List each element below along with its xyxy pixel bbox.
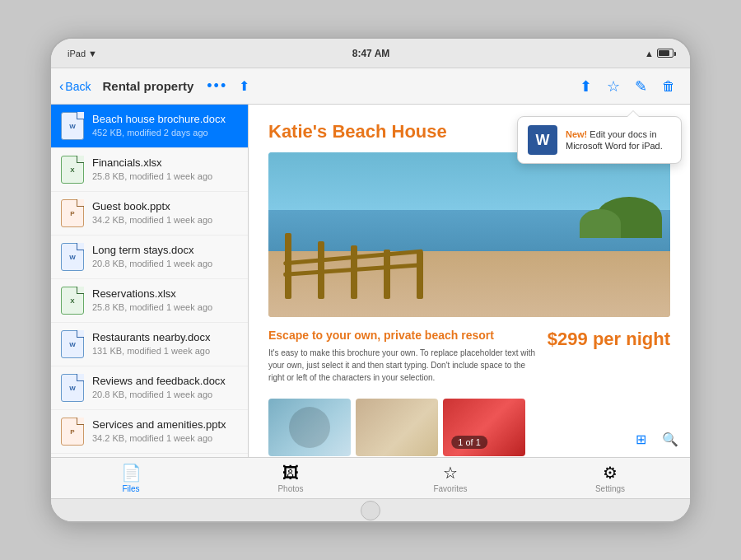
file-meta: 20.8 KB, modified 1 week ago — [92, 258, 240, 269]
file-info: Financials.xlsx 25.8 KB, modified 1 week… — [92, 156, 240, 182]
ipad-label: iPad ▼ — [68, 49, 97, 58]
price-right: $299 per night — [548, 329, 670, 350]
file-icon: X — [59, 155, 86, 184]
file-name: Restaurants nearby.docx — [92, 331, 240, 345]
doc-subtitle: Escape to your own, private beach resort — [268, 329, 539, 342]
files-tab-icon: 📄 — [121, 463, 142, 483]
doc-price: $299 per night — [548, 329, 670, 350]
back-button[interactable]: ‹ Back — [59, 79, 91, 94]
top-bezel: iPad ▼ 8:47 AM ▲ — [51, 39, 690, 68]
file-list-item[interactable]: W Beach house brochure.docx 452 KB, modi… — [51, 105, 248, 148]
file-name: Services and amenities.pptx — [92, 418, 240, 432]
nav-right: ⬆ ☆ ✎ 🗑 — [580, 77, 682, 96]
star-icon[interactable]: ☆ — [607, 77, 620, 96]
home-button[interactable] — [361, 501, 380, 520]
nav-dots[interactable]: ••• — [207, 77, 227, 95]
file-name: Financials.xlsx — [92, 156, 240, 170]
file-meta: 25.8 KB, modified 1 week ago — [92, 170, 240, 182]
doc-toolbar: ⊞ 🔍 — [621, 421, 690, 457]
file-info: Guest book.pptx 34.2 KB, modified 1 week… — [92, 200, 240, 226]
settings-tab-icon: ⚙ — [603, 463, 618, 483]
tab-item-favorites[interactable]: ☆ Favorites — [370, 463, 530, 493]
bottom-tabs: 📄 Files 🖼 Photos ☆ Favorites ⚙ Settings — [51, 457, 690, 498]
tab-item-settings[interactable]: ⚙ Settings — [530, 463, 690, 493]
photos-tab-label: Photos — [277, 484, 303, 493]
file-icon: W — [59, 242, 86, 272]
wifi-icon: ▲ — [645, 49, 654, 58]
file-meta: 34.2 KB, modified 1 week ago — [92, 214, 240, 226]
app-content: W Beach house brochure.docx 452 KB, modi… — [51, 105, 690, 457]
nav-left: ‹ Back Rental property ••• ⬆ — [59, 77, 257, 95]
file-list-item[interactable]: X Reservations.xlsx 25.8 KB, modified 1 … — [51, 279, 248, 323]
bottom-bezel — [51, 498, 690, 521]
tab-item-photos[interactable]: 🖼 Photos — [211, 464, 370, 493]
grid-view-button[interactable]: ⊞ — [627, 426, 654, 452]
app-nav: ‹ Back Rental property ••• ⬆ ⬆ ☆ ✎ 🗑 — [51, 68, 690, 105]
back-chevron-icon: ‹ — [59, 79, 63, 94]
file-name: Guest book.pptx — [92, 200, 240, 214]
file-name: Reservations.xlsx — [92, 287, 240, 301]
search-button[interactable]: 🔍 — [657, 426, 683, 452]
file-name: Reviews and feedback.docx — [92, 375, 240, 389]
nav-share-icon[interactable]: ⬆ — [239, 78, 249, 94]
tab-item-files[interactable]: 📄 Files — [51, 463, 211, 493]
file-meta: 34.2 KB, modified 1 week ago — [92, 432, 240, 444]
file-list-item[interactable]: X Financials.xlsx 25.8 KB, modified 1 we… — [51, 148, 248, 192]
file-list-item[interactable]: P Guest book.pptx 34.2 KB, modified 1 we… — [51, 192, 248, 236]
tooltip-badge: New! — [566, 129, 587, 139]
file-type-icon: W — [61, 374, 84, 402]
ipad-shell: iPad ▼ 8:47 AM ▲ ‹ Back Rental property … — [49, 37, 692, 523]
side-button — [49, 268, 51, 292]
favorites-tab-icon: ☆ — [443, 463, 458, 483]
trash-icon[interactable]: 🗑 — [662, 79, 675, 94]
photos-tab-icon: 🖼 — [282, 464, 299, 483]
file-info: Reviews and feedback.docx 20.8 KB, modif… — [92, 375, 240, 400]
price-row: Escape to your own, private beach resort… — [268, 329, 670, 390]
file-sidebar: W Beach house brochure.docx 452 KB, modi… — [51, 105, 249, 457]
file-name: Beach house brochure.docx — [92, 113, 240, 127]
back-label: Back — [65, 80, 91, 93]
status-right: ▲ — [645, 49, 673, 58]
file-type-icon: W — [61, 243, 84, 271]
file-list-item[interactable]: W Reviews and feedback.docx 20.8 KB, mod… — [51, 366, 248, 410]
edit-icon[interactable]: ✎ — [635, 77, 647, 96]
file-list-item[interactable]: W Long term stays.docx 20.8 KB, modified… — [51, 236, 248, 279]
doc-preview[interactable]: Katie's Beach House — [249, 105, 690, 457]
word-tooltip-text: New! Edit your docs in Microsoft Word fo… — [566, 128, 671, 152]
thumb-salt — [268, 399, 351, 456]
settings-tab-label: Settings — [595, 484, 625, 493]
file-icon: W — [59, 373, 86, 403]
file-info: Restaurants nearby.docx 131 KB, modified… — [92, 331, 240, 357]
word-tooltip: W New! Edit your docs in Microsoft Word … — [517, 116, 682, 164]
files-tab-label: Files — [122, 484, 139, 493]
file-meta: 452 KB, modified 2 days ago — [92, 127, 240, 138]
file-type-icon: P — [61, 418, 84, 446]
word-logo-icon: W — [528, 125, 557, 155]
share-icon[interactable]: ⬆ — [580, 77, 592, 96]
doc-body-text: It's easy to make this brochure your own… — [268, 347, 539, 384]
ipad-screen: ‹ Back Rental property ••• ⬆ ⬆ ☆ ✎ 🗑 — [51, 68, 690, 498]
file-icon: W — [59, 111, 86, 141]
file-meta: 25.8 KB, modified 1 week ago — [92, 301, 240, 313]
status-bar: iPad ▼ 8:47 AM ▲ — [51, 48, 690, 59]
status-time: 8:47 AM — [352, 48, 390, 59]
file-info: Beach house brochure.docx 452 KB, modifi… — [92, 113, 240, 138]
file-list-item[interactable]: W Restaurants nearby.docx 131 KB, modifi… — [51, 323, 248, 366]
file-list-item[interactable]: P Services and amenities.pptx 34.2 KB, m… — [51, 410, 248, 454]
thumb-shell — [356, 399, 438, 456]
status-left: iPad ▼ — [68, 49, 97, 58]
page-counter: 1 of 1 — [451, 436, 487, 449]
price-left: Escape to your own, private beach resort… — [268, 329, 539, 390]
file-icon: P — [59, 417, 86, 446]
file-info: Reservations.xlsx 25.8 KB, modified 1 we… — [92, 287, 240, 313]
favorites-tab-label: Favorites — [433, 484, 467, 493]
nav-title: Rental property — [102, 79, 193, 93]
beach-image — [268, 152, 670, 317]
file-info: Services and amenities.pptx 34.2 KB, mod… — [92, 418, 240, 444]
file-meta: 20.8 KB, modified 1 week ago — [92, 389, 240, 400]
file-type-icon: W — [61, 330, 84, 358]
file-icon: W — [59, 329, 86, 359]
file-type-icon: X — [61, 156, 84, 184]
file-icon: X — [59, 286, 86, 315]
file-info: Long term stays.docx 20.8 KB, modified 1… — [92, 244, 240, 269]
